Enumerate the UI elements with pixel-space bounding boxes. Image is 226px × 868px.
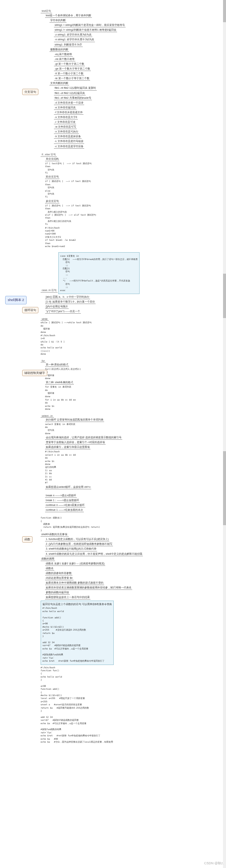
leaf: -f 文件存在并是普通文件 [54,111,83,115]
leaf: file1 -nt file2 1比2新时返回真 更新时 [54,86,97,90]
code-block: select 变量名 in 单词列表 do 语句块 done [45,423,226,435]
if-single: 单分支结构 [45,157,59,161]
code-example: #!/bin/bash num1=90 num2=300 计算大小1大于2 if… [45,226,226,248]
leaf: 会出现列表项的选择，让用户选择 选择选择就是显示数组的索引号 [45,436,122,440]
select-header: select...in [41,415,54,418]
if-header: if...else 语句 [41,153,57,157]
leaf: -gt 第一个数大于第二个数 [54,62,85,66]
code-block: if [ test语句 ] ——> if test 测试语句 then 语句块 … [45,162,226,175]
leaf: 如果想退出select循环，直接使用 ctrl+c [45,485,91,489]
code-block: for((表达式1;表达式2;表达式3)) do 循环体 done [45,368,226,380]
leaf: 如果选择索引，这索引和显示这里面项 [45,445,90,449]
leaf: -le 第一个数小于等于第二个数 [54,77,90,81]
case-callout: case $变量名 in 匹配1) ——>相当于C中break的作用，执行了语句… [58,252,140,294]
file-title: 文件判断的判断 [49,81,69,85]
code-block: while [ 测试语句 ] ——>while test 测试语句 do 循环体… [41,321,226,334]
branch-fuzhu[interactable]: 辅助控制关键字 [22,370,47,376]
leaf: -b 文件存在且是块设备 [54,135,82,139]
for-header: for [41,359,46,362]
leaf: -lt 第一个数小于第二个数 [54,72,84,76]
code-block: if [ 测试语句 ] ——> if test 测试语句 then 条件1成立的… [45,204,226,226]
leaf: [abc]: 匹配 a、b、c 中任一字符时执行 [45,295,90,299]
leaf: 如果在脚本文件中调用函数 参数的形式都是不变的 [45,581,104,585]
num-title: 整数数值的判断 [49,48,69,52]
leaf: 如果在外部或者主调函数里面调的参数都是用外部传参，$0只有唯一代表名 [45,586,132,590]
leaf: 4. shell中函数仍然要先定义后使用，但不需要声明，shell中定义的是点解… [45,552,143,556]
leaf: string1 = string2判断两个是否完全一样时，前后要留空格等号 [54,23,126,27]
leaf: -ne 两个数不相等 [54,57,75,61]
leaf: file1 -ot file2 1比2旧返回真 [54,91,86,95]
leaf: 1. function是定义函数的，可以设有可以不设(建议加上) [45,537,109,541]
code-block: for 变量名 in 单词列表 do 循环体 done [45,385,226,398]
branch-fenzhi[interactable]: 分支语句 [22,89,38,95]
break-n: break n ——>退出n层循环 [45,494,77,498]
leaf: 函数的形参却外部参数 [45,571,72,575]
test-header: test语句 [41,9,52,13]
leaf: 函数名 实参1 实参2 实参3 --- (也就是有参数的情况) [45,562,105,566]
continue-1: continue 1 ——>结束当前的本次 [45,508,84,512]
leaf: -s 文件存在且大于0 [54,115,78,119]
branch-xunhuan[interactable]: 循环语句 [22,307,38,313]
func-note-title: shell中函数的注意事项: [41,533,69,537]
leaf: -r 文件存在且可读 [54,120,76,124]
leaf: -x 文件存在且可执行 [54,130,79,134]
leaf: -w 文件存在且可写 [54,125,77,129]
leaf: -c 文件存在且是字符设备 [54,145,84,149]
func-def: function 函数名() { 函数体 return 返回值(如果没有返回值的… [41,516,226,532]
leaf: -L 文件存在且是符号链接 [54,139,84,143]
code-example: #!/bin/bash select i in aa bb cc dd do e… [45,450,226,484]
leaf: -ge 第一个数大于等于第二个数 [54,67,91,71]
leaf: "y"|"YES"|"yes"1------任意一个 [45,310,81,314]
code-example: for i in aa bb cc dd ee do echo $i done [45,398,226,411]
leaf: 3. shell中的函数体{}不能用()的方式替换代替 [45,547,97,551]
case-header: case..in 语句 [41,288,58,293]
leaf: 变量等于当前输入选择值，是索引个->对应的选择项 [45,440,106,445]
leaf: string1 != string2判断两个值是不相等1 相等是0返回值 [54,28,117,32]
leaf: [1-9]: 如果是单个数字1-9，执行某一个部分 [45,300,96,304]
code-example: #!/bin/bash i=0 while [ $i -lt 5 ] do ec… [41,334,226,356]
break-1: break 1：——>退出当前循环 [45,499,80,503]
leaf: file1 -ef file2 共享相同的inode号 [54,96,92,100]
func-callout: 返回语句永远是上个函数的的语句 可以用来你$有某命令替换 #!/bin/bash… [41,601,114,665]
leaf: 参数的函数内返回值 [45,591,70,595]
leaf: -e 文件存在返回真 [54,106,76,110]
root-node[interactable]: shell脚本 2 [5,296,27,304]
mindmap-container: shell脚本 2 分支语句 循环语句 辅助控制关键字 函数 local tes… [0,0,226,751]
for-type2: 第二种: shell本身的格式 [45,381,74,385]
leaf: -z string1: 若字符串长度为0为真 [54,33,92,37]
if-multi: 多分支语句 [45,199,59,203]
str-title: 字符串的判断 [49,18,66,23]
leaf: -eq 两个数相等 [54,53,73,57]
while-header: while [41,318,49,321]
leaf: -d 文件存在并是一个目录 [54,101,84,105]
leaf: 函数名 [45,567,54,571]
leaf: -n string1: 若字符串长度不为0为真 [54,38,95,42]
leaf: 执行循环 让变量等到当选匹配项后面单个单词列表 [45,418,104,422]
leaf: 如果想获取直接在上一条语句中的结果 [45,595,90,600]
if-double: 双分支语句 [45,175,59,179]
continue-n: continue n ——>结束n层某次循环 [45,503,85,507]
code-block: if [ 测试语句 ] ——> if test 测试语句 then 语句块 el… [45,180,226,198]
leaf: 内部还是用位置变量 $n [45,576,73,580]
for-type1: 第一种:类似c的格式 [45,363,69,367]
leaf: 2. ()内不代表参数位置，也就是说即便函数有参数都不能写 [45,542,113,546]
branch-hanshu[interactable]: 函数 [22,536,32,543]
leaf: string1: 判断是否不为空 [54,43,83,47]
leaf: []内不使用逗号隔开 [45,305,69,309]
test-desc: test是一个条件测试命令，用于条件判断 [45,14,92,18]
func-code2: #!/bin/bash function fun() { echo hello … [41,666,226,744]
func-call-title: 函数的调用 [41,557,55,561]
